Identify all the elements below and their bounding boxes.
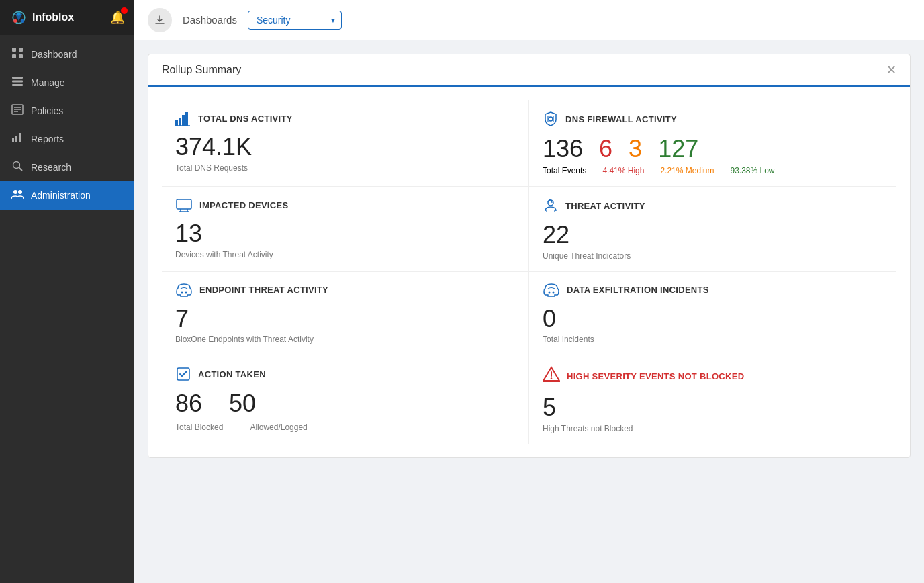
firewall-total-label: Total Events bbox=[543, 166, 586, 175]
metric-high-severity: HIGH SEVERITY EVENTS NOT BLOCKED 5 High … bbox=[529, 355, 896, 444]
sidebar-item-dashboard[interactable]: Dashboard bbox=[0, 40, 134, 69]
dashboard-icon bbox=[11, 47, 24, 62]
firewall-low-pct: 93.38% Low bbox=[730, 166, 774, 175]
sidebar-item-administration[interactable]: Administration bbox=[0, 181, 134, 210]
svg-rect-32 bbox=[177, 199, 191, 209]
metric-action-taken: ACTION TAKEN 86 50 Total Blocked Allowed… bbox=[162, 355, 529, 444]
svg-point-41 bbox=[549, 291, 551, 293]
metric-heading-exfiltration: DATA EXFILTRATION INCIDENTS bbox=[543, 283, 883, 298]
close-button[interactable]: ✕ bbox=[886, 64, 896, 76]
metric-threat-activity: THREAT ACTIVITY 22 Unique Threat Indicat… bbox=[529, 187, 896, 272]
rollup-title: Rollup Summary bbox=[162, 64, 241, 76]
svg-rect-10 bbox=[12, 81, 23, 83]
metrics-grid: TOTAL DNS ACTIVITY 374.1K Total DNS Requ… bbox=[148, 87, 910, 457]
policies-icon bbox=[11, 103, 24, 118]
administration-icon bbox=[11, 188, 24, 203]
svg-rect-8 bbox=[19, 54, 23, 58]
reports-icon bbox=[11, 132, 24, 146]
topbar: Dashboards Security Network DNS bbox=[134, 0, 924, 40]
metric-impacted-devices: IMPACTED DEVICES 13 Devices with Threat … bbox=[162, 187, 529, 272]
download-button[interactable] bbox=[148, 8, 172, 32]
alert-triangle-icon bbox=[543, 366, 560, 386]
sidebar-item-label-dashboard: Dashboard bbox=[31, 49, 77, 60]
sidebar-item-policies[interactable]: Policies bbox=[0, 97, 134, 125]
metric-data-exfiltration: DATA EXFILTRATION INCIDENTS 0 Total Inci… bbox=[529, 272, 896, 356]
svg-point-40 bbox=[185, 291, 187, 293]
metric-total-dns: TOTAL DNS ACTIVITY 374.1K Total DNS Requ… bbox=[162, 100, 529, 187]
endpoint-threat-value: 7 bbox=[175, 306, 515, 332]
svg-point-46 bbox=[551, 377, 552, 379]
endpoint-threat-subtext: BloxOne Endpoints with Threat Activity bbox=[175, 334, 515, 344]
svg-point-29 bbox=[549, 117, 553, 121]
svg-rect-24 bbox=[175, 120, 178, 126]
sidebar-item-reports[interactable]: Reports bbox=[0, 125, 134, 153]
svg-rect-11 bbox=[12, 84, 23, 86]
action-taken-label: ACTION TAKEN bbox=[198, 369, 266, 379]
sidebar-item-label-reports: Reports bbox=[31, 134, 64, 144]
svg-rect-6 bbox=[19, 48, 23, 52]
metric-heading-dns: TOTAL DNS ACTIVITY bbox=[175, 111, 515, 126]
svg-rect-25 bbox=[179, 118, 181, 126]
logo-icon bbox=[9, 8, 28, 27]
high-severity-value: 5 bbox=[543, 394, 883, 421]
dns-activity-icon bbox=[175, 111, 191, 126]
metric-dns-firewall: DNS FIREWALL ACTIVITY 136 6 3 127 Total … bbox=[529, 100, 896, 187]
metric-heading-firewall: DNS FIREWALL ACTIVITY bbox=[543, 111, 883, 127]
firewall-subtexts: Total Events 4.41% High 2.21% Medium 93.… bbox=[543, 166, 883, 175]
svg-point-3 bbox=[13, 19, 17, 23]
svg-rect-16 bbox=[12, 138, 14, 142]
sidebar-item-label-research: Research bbox=[31, 162, 71, 173]
firewall-low-val: 127 bbox=[658, 135, 698, 163]
notification-bell[interactable]: 🔔 bbox=[110, 10, 125, 25]
sidebar-item-label-policies: Policies bbox=[31, 105, 63, 116]
action-logged-val: 50 bbox=[229, 390, 256, 417]
firewall-med-val: 3 bbox=[629, 135, 642, 163]
firewall-high-pct: 4.41% High bbox=[602, 166, 644, 175]
firewall-high-val: 6 bbox=[599, 135, 612, 163]
svg-rect-18 bbox=[19, 133, 21, 142]
action-blocked-label: Total Blocked bbox=[175, 422, 223, 432]
high-severity-label: HIGH SEVERITY EVENTS NOT BLOCKED bbox=[567, 371, 744, 382]
logo-text: Infoblox bbox=[32, 11, 74, 24]
metric-endpoint-threat: ENDPOINT THREAT ACTIVITY 7 BloxOne Endpo… bbox=[162, 272, 529, 356]
svg-point-36 bbox=[548, 200, 553, 206]
endpoint-threat-label: ENDPOINT THREAT ACTIVITY bbox=[199, 285, 328, 295]
exfiltration-icon bbox=[543, 283, 560, 298]
action-logged-label: Allowed/Logged bbox=[250, 422, 307, 432]
metric-heading-threat: THREAT ACTIVITY bbox=[543, 197, 883, 214]
firewall-total-val: 136 bbox=[543, 135, 583, 163]
exfiltration-subtext: Total Incidents bbox=[543, 334, 883, 344]
devices-icon bbox=[175, 197, 193, 212]
sidebar-nav: Dashboard Manage Policies Reports Resear… bbox=[0, 35, 134, 583]
research-icon bbox=[11, 160, 24, 175]
total-dns-label: TOTAL DNS ACTIVITY bbox=[198, 114, 293, 124]
sidebar-item-manage[interactable]: Manage bbox=[0, 69, 134, 97]
svg-line-20 bbox=[19, 168, 23, 171]
svg-point-42 bbox=[553, 291, 555, 293]
sidebar-item-research[interactable]: Research bbox=[0, 153, 134, 181]
logo: Infoblox bbox=[9, 8, 74, 27]
sidebar-header: Infoblox 🔔 bbox=[0, 0, 134, 35]
sidebar: Infoblox 🔔 Dashboard Manage Policies bbox=[0, 0, 134, 583]
action-taken-icon bbox=[175, 366, 191, 382]
impacted-devices-value: 13 bbox=[175, 220, 515, 247]
firewall-values: 136 6 3 127 bbox=[543, 135, 883, 163]
metric-heading-devices: IMPACTED DEVICES bbox=[175, 197, 515, 212]
svg-point-22 bbox=[18, 190, 22, 194]
notification-badge bbox=[121, 7, 128, 14]
rollup-card: Rollup Summary ✕ bbox=[148, 54, 911, 458]
dashboard-select-wrapper[interactable]: Security Network DNS bbox=[248, 11, 342, 30]
dns-firewall-label: DNS FIREWALL ACTIVITY bbox=[565, 114, 677, 124]
download-icon bbox=[154, 15, 165, 26]
svg-point-2 bbox=[17, 12, 20, 15]
dashboard-select[interactable]: Security Network DNS bbox=[248, 11, 342, 30]
sidebar-item-label-manage: Manage bbox=[31, 77, 65, 88]
svg-point-39 bbox=[181, 291, 183, 293]
card-area: Rollup Summary ✕ bbox=[134, 40, 924, 583]
metric-heading-high-severity: HIGH SEVERITY EVENTS NOT BLOCKED bbox=[543, 366, 883, 386]
svg-rect-17 bbox=[15, 136, 17, 142]
breadcrumb: Dashboards bbox=[183, 14, 237, 26]
svg-rect-9 bbox=[12, 77, 23, 79]
threat-activity-value: 22 bbox=[543, 222, 883, 249]
main-content: Dashboards Security Network DNS Rollup S… bbox=[134, 0, 924, 583]
